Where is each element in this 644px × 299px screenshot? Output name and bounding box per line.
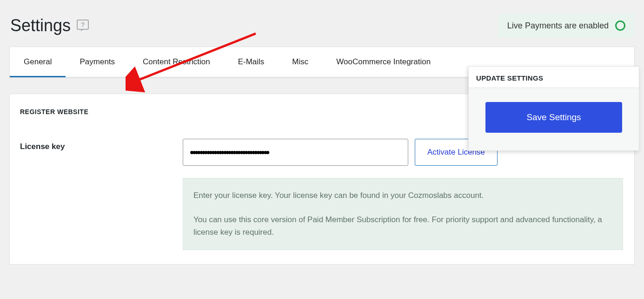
help-icon[interactable]: ? [76,19,89,32]
license-key-input[interactable] [183,139,408,166]
update-settings-sidebar: UPDATE SETTINGS Save Settings [468,66,639,151]
license-key-label: License key [20,139,173,151]
tab-woocommerce-integration[interactable]: WooCommerce Integration [322,47,445,77]
update-settings-heading: UPDATE SETTINGS [469,67,639,88]
status-badge: Live Payments are enabled [498,14,635,37]
tab-general[interactable]: General [10,47,66,77]
save-settings-button[interactable]: Save Settings [485,102,622,133]
license-info-box: Enter your license key. Your license key… [183,178,623,250]
tab-payments[interactable]: Payments [66,47,129,77]
status-circle-icon [615,20,625,31]
status-text: Live Payments are enabled [507,21,609,31]
tab-content-restriction[interactable]: Content Restriction [129,47,224,77]
svg-text:?: ? [81,21,85,28]
tab-misc[interactable]: Misc [278,47,322,77]
tab-emails[interactable]: E-Mails [224,47,279,77]
info-text-1: Enter your license key. Your license key… [193,190,612,202]
info-text-2: You can use this core version of Paid Me… [193,214,612,238]
page-title: Settings [10,16,71,35]
